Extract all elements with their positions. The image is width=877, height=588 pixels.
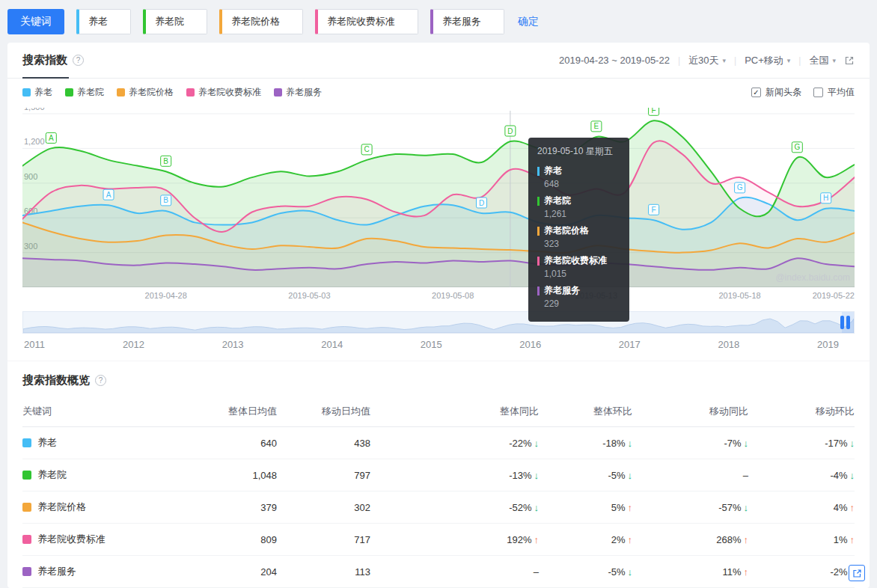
svg-text:B: B [163, 157, 168, 165]
legend-label: 养老 [34, 86, 52, 99]
avg-value-cell: 113 [277, 556, 370, 588]
metric-cell: -4%↓ [748, 459, 855, 491]
tooltip-item: 养老院价格323 [537, 224, 620, 249]
help-icon[interactable]: ? [95, 375, 106, 386]
arrow-down-icon: ↓ [744, 502, 749, 513]
timeline-brush[interactable] [22, 311, 855, 334]
x-axis-tick: 2019-05-03 [288, 291, 330, 300]
brush-handle[interactable] [840, 316, 850, 329]
arrow-down-icon: ↓ [744, 438, 749, 449]
tooltip-item: 养老服务229 [537, 284, 620, 309]
metric-cell: -18%↓ [539, 427, 632, 459]
keyword-cell[interactable]: 养老院收费标准 [22, 533, 106, 546]
external-link-icon[interactable] [844, 55, 855, 66]
table-row: 养老院收费标准809717192%↑2%↑268%↑1%↑ [22, 524, 855, 556]
keyword-input[interactable]: 养老院收费标准 [315, 9, 418, 34]
device-select[interactable]: PC+移动 ▾ [745, 54, 790, 67]
arrow-up-icon: ↑ [850, 534, 855, 545]
legend-item[interactable]: 养老 [22, 86, 52, 99]
panel-title-wrap: 搜索指数 ? [22, 53, 84, 67]
overview-table: 关键词整体日均值移动日均值整体同比整体环比移动同比移动环比 养老640438-2… [22, 396, 855, 588]
arrow-up-icon: ↑ [850, 502, 855, 513]
year-label: 2015 [421, 339, 442, 350]
keyword-cell[interactable]: 养老院 [22, 468, 67, 482]
x-axis-tick: 2019-05-08 [432, 291, 474, 300]
column-header: 移动环比 [748, 396, 855, 427]
metric-cell: -5%↓ [539, 556, 632, 588]
svg-text:B: B [163, 196, 168, 204]
chart-options: ✓新闻头条平均值 [751, 86, 855, 99]
keyword-swatch-icon [22, 471, 31, 480]
avg-value-cell: 379 [198, 491, 277, 524]
keyword-label: 养老院 [37, 468, 67, 482]
metric-cell: -7%↓ [632, 427, 748, 459]
svg-text:1,500: 1,500 [24, 108, 45, 111]
legend-swatch-icon [65, 88, 73, 97]
legend-label: 养老服务 [286, 86, 322, 99]
news-headline-checkbox[interactable]: ✓新闻头条 [751, 86, 801, 99]
average-checkbox[interactable]: 平均值 [813, 86, 855, 99]
header-controls: 2019-04-23 ~ 2019-05-22 | 近30天 ▾ | PC+移动… [559, 54, 855, 67]
arrow-down-icon: ↓ [850, 438, 855, 449]
legend-label: 养老院 [77, 86, 104, 99]
overview-title-row: 搜索指数概览 ? [22, 373, 855, 388]
share-icon[interactable] [849, 565, 865, 581]
keyword-label: 养老院价格 [37, 500, 86, 514]
keyword-swatch-icon [22, 438, 31, 447]
series-color-bar [537, 167, 540, 176]
legend-item[interactable]: 养老院 [65, 86, 104, 99]
trend-chart-canvas[interactable]: 1,5001,200900600300ABCDEFGABDFGH@index.b… [22, 108, 855, 287]
table-row: 养老640438-22%↓-18%↓-7%↓-17%↓ [22, 427, 855, 459]
metric-cell: -22%↓ [370, 427, 539, 459]
keyword-cell[interactable]: 养老院价格 [22, 500, 86, 514]
column-header: 移动同比 [632, 396, 748, 427]
keyword-cell[interactable]: 养老服务 [22, 565, 76, 578]
legend-item[interactable]: 养老院收费标准 [186, 86, 261, 99]
keyword-input[interactable]: 养老院 [143, 9, 207, 34]
table-header-row: 关键词整体日均值移动日均值整体同比整体环比移动同比移动环比 [22, 396, 855, 427]
overview-section: 搜索指数概览 ? 关键词整体日均值移动日均值整体同比整体环比移动同比移动环比 养… [7, 361, 870, 588]
metric-cell: 268%↑ [632, 524, 748, 556]
arrow-down-icon: ↓ [534, 502, 540, 513]
period-select[interactable]: 近30天 ▾ [688, 54, 726, 67]
chart-legend: 养老养老院养老院价格养老院收费标准养老服务 [22, 86, 322, 99]
legend-item[interactable]: 养老院价格 [117, 86, 174, 99]
table-row: 养老院1,048797-13%↓-5%↓–-4%↓ [22, 459, 855, 491]
keyword-input[interactable]: 养老 [76, 9, 131, 34]
keyword-swatch-icon [22, 567, 31, 576]
year-label: 2016 [519, 339, 541, 350]
keyword-swatch-icon [22, 535, 31, 544]
checkbox-label: 新闻头条 [766, 86, 801, 99]
avg-value-cell: 1,048 [198, 459, 277, 491]
help-icon[interactable]: ? [73, 55, 84, 66]
tooltip-item: 养老院1,261 [537, 195, 620, 219]
keyword-input[interactable]: 养老服务 [430, 9, 504, 34]
keyword-cell[interactable]: 养老 [22, 436, 57, 450]
chevron-down-icon: ▾ [787, 57, 791, 64]
tooltip-date: 2019-05-10 星期五 [537, 145, 620, 158]
metric-cell: -57%↓ [632, 491, 748, 524]
x-axis-tick: 2019-05-18 [718, 291, 760, 300]
avg-value-cell: 640 [198, 427, 277, 459]
date-range: 2019-04-23 ~ 2019-05-22 [559, 55, 670, 66]
search-index-panel: 搜索指数 ? 2019-04-23 ~ 2019-05-22 | 近30天 ▾ … [7, 43, 870, 588]
x-axis-tick: 2019-05-22 [813, 291, 855, 300]
legend-item[interactable]: 养老服务 [274, 86, 322, 99]
trend-chart[interactable]: 1,5001,200900600300ABCDEFGABDFGH@index.b… [22, 108, 855, 304]
svg-text:@index.baidu.com: @index.baidu.com [775, 272, 850, 283]
svg-text:E: E [594, 122, 599, 130]
keyword-button[interactable]: 关键词 [7, 9, 64, 34]
svg-text:D: D [507, 127, 513, 135]
confirm-link[interactable]: 确定 [518, 15, 539, 28]
svg-text:C: C [364, 145, 369, 153]
metric-cell: 2%↑ [539, 524, 632, 556]
region-select[interactable]: 全国 ▾ [809, 54, 836, 67]
arrow-down-icon: ↓ [628, 438, 633, 449]
arrow-up-icon: ↑ [744, 534, 749, 545]
checkbox-unchecked-icon [813, 88, 823, 97]
x-axis-tick: 2019-04-28 [145, 291, 187, 300]
metric-cell: 11%↑ [632, 556, 748, 588]
series-color-bar [537, 227, 540, 236]
keyword-label: 养老服务 [37, 565, 76, 578]
keyword-input[interactable]: 养老院价格 [219, 9, 303, 34]
